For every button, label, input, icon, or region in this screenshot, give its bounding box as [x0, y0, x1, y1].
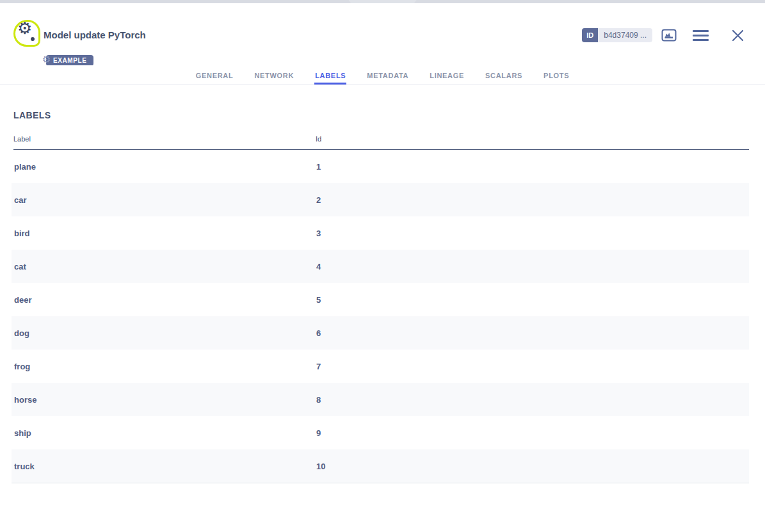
- header: ⚙ Model update PyTorch ⚙ EXAMPLE ID b4d3…: [0, 3, 765, 66]
- header-actions: ID b4d37409 ...: [582, 28, 744, 42]
- label-cell: dog: [14, 328, 316, 338]
- table-row: frog7: [12, 350, 749, 383]
- tab-labels[interactable]: LABELS: [314, 65, 346, 85]
- label-cell: car: [14, 195, 316, 205]
- labels-table-header: Label Id: [13, 135, 749, 150]
- menu-icon[interactable]: [692, 30, 709, 41]
- logo-dot: [31, 37, 35, 41]
- label-cell: plane: [14, 162, 316, 172]
- tab-metadata[interactable]: METADATA: [366, 65, 409, 85]
- id-cell: 1: [316, 162, 749, 172]
- gear-icon: ⚙: [17, 20, 32, 36]
- id-cell: 8: [316, 395, 749, 405]
- id-cell: 2: [316, 195, 749, 205]
- label-cell: frog: [14, 362, 316, 371]
- label-cell: deer: [14, 295, 316, 305]
- id-badge: ID: [582, 28, 598, 42]
- section-title: LABELS: [13, 110, 51, 120]
- table-row: deer5: [12, 283, 749, 316]
- column-header-id: Id: [316, 135, 749, 143]
- label-cell: truck: [14, 462, 316, 471]
- table-row: ship9: [12, 416, 749, 449]
- model-id-chip[interactable]: ID b4d37409 ...: [582, 28, 652, 42]
- image-preview-icon[interactable]: [661, 29, 677, 42]
- tab-network[interactable]: NETWORK: [254, 65, 294, 85]
- label-cell: cat: [14, 262, 316, 271]
- table-row: horse8: [12, 383, 749, 416]
- table-row: bird3: [12, 216, 749, 250]
- tab-lineage[interactable]: LINEAGE: [429, 65, 465, 85]
- column-header-label: Label: [13, 135, 316, 143]
- table-row: plane1: [12, 150, 749, 183]
- id-value: b4d37409 ...: [598, 28, 652, 42]
- table-row: dog6: [12, 316, 749, 350]
- tag-gear-icon: ⚙: [42, 54, 51, 65]
- table-row: truck10: [12, 449, 749, 483]
- id-cell: 7: [316, 362, 749, 371]
- table-row: cat4: [12, 250, 749, 283]
- label-cell: horse: [14, 395, 316, 405]
- labels-table: Label Id plane1car2bird3cat4deer5dog6fro…: [12, 135, 749, 483]
- table-row: car2: [12, 183, 749, 216]
- label-cell: bird: [14, 229, 316, 238]
- label-cell: ship: [14, 428, 316, 438]
- id-cell: 4: [316, 262, 749, 271]
- id-cell: 3: [316, 229, 749, 238]
- example-tag-badge: ⚙ EXAMPLE: [46, 55, 93, 66]
- id-cell: 6: [316, 328, 749, 338]
- tab-plots[interactable]: PLOTS: [543, 65, 570, 85]
- id-cell: 10: [316, 462, 749, 471]
- tab-scalars[interactable]: SCALARS: [485, 65, 523, 85]
- labels-table-body: plane1car2bird3cat4deer5dog6frog7horse8s…: [12, 150, 749, 483]
- id-cell: 9: [316, 428, 749, 438]
- example-tag-label: EXAMPLE: [53, 57, 87, 64]
- page-title: Model update PyTorch: [44, 29, 146, 40]
- tab-general[interactable]: GENERAL: [195, 65, 234, 85]
- close-icon[interactable]: [732, 29, 744, 42]
- id-cell: 5: [316, 295, 749, 305]
- model-logo: ⚙: [13, 20, 40, 47]
- tab-bar: GENERALNETWORKLABELSMETADATALINEAGESCALA…: [0, 65, 765, 85]
